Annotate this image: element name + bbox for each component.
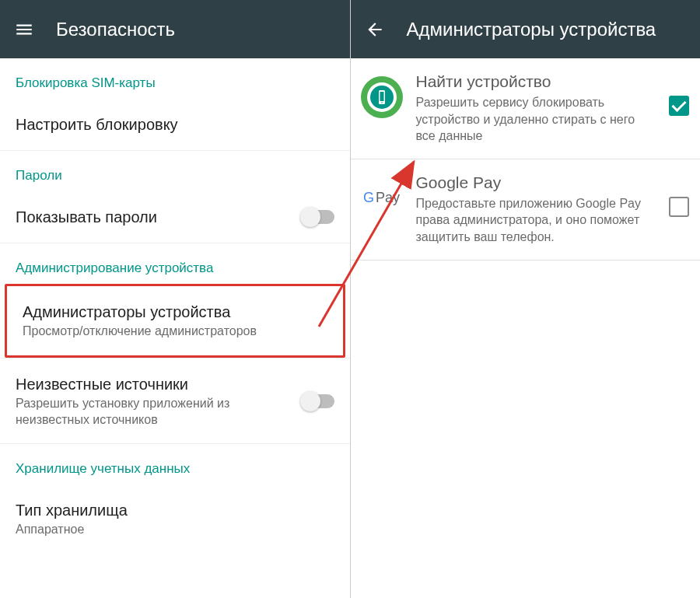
settings-list: Блокировка SIM-карты Настроить блокировк…: [0, 58, 350, 598]
google-pay-icon: G Pay: [360, 177, 404, 220]
admin-title: Найти устройство: [416, 72, 651, 91]
admins-list: Найти устройство Разрешить сервису блоки…: [351, 58, 701, 598]
item-show-passwords[interactable]: Показывать пароли: [0, 191, 350, 243]
item-device-admins[interactable]: Администраторы устройства Просмотр/отклю…: [7, 286, 343, 355]
appbar-left: Безопасность: [0, 0, 350, 58]
admin-title: Google Pay: [416, 173, 651, 192]
appbar-right: Администраторы устройства: [351, 0, 701, 58]
svg-rect-4: [380, 92, 383, 101]
section-passwords: Пароли: [0, 151, 350, 191]
section-device-admin: Администрирование устройства: [0, 243, 350, 284]
item-unknown-sources[interactable]: Неизвестные источники Разрешить установк…: [0, 358, 350, 445]
page-title: Безопасность: [56, 19, 175, 40]
google-pay-checkbox[interactable]: [669, 197, 689, 217]
security-settings-panel: Безопасность Блокировка SIM-карты Настро…: [0, 0, 351, 598]
item-label: Тип хранилища: [16, 500, 334, 520]
item-configure-lock[interactable]: Настроить блокировку: [0, 99, 350, 151]
page-title: Администраторы устройства: [407, 19, 656, 40]
hamburger-menu-icon[interactable]: [14, 19, 34, 40]
highlight-device-admins: Администраторы устройства Просмотр/отклю…: [5, 284, 345, 358]
section-credentials: Хранилище учетных данных: [0, 444, 350, 484]
item-label: Показывать пароли: [16, 207, 294, 227]
section-sim-lock: Блокировка SIM-карты: [0, 58, 350, 99]
device-admins-panel: Администраторы устройства Найти устройст…: [351, 0, 701, 598]
unknown-sources-toggle[interactable]: [302, 394, 334, 408]
find-device-icon: [360, 75, 404, 119]
admin-item-find-device[interactable]: Найти устройство Разрешить сервису блоки…: [351, 58, 701, 159]
item-label: Настроить блокировку: [16, 114, 334, 135]
item-sublabel: Разрешить установку приложений из неизве…: [16, 396, 294, 428]
admin-sublabel: Разрешить сервису блокировать устройство…: [416, 94, 651, 145]
show-passwords-toggle[interactable]: [302, 210, 334, 224]
item-storage-type[interactable]: Тип хранилища Аппаратное: [0, 484, 350, 554]
svg-point-5: [381, 102, 383, 103]
item-sublabel: Просмотр/отключение администраторов: [23, 323, 327, 340]
admin-sublabel: Предоставьте приложению Google Pay права…: [416, 195, 651, 246]
back-arrow-icon[interactable]: [365, 19, 385, 40]
item-sublabel: Аппаратное: [16, 522, 334, 538]
admin-item-google-pay[interactable]: G Pay Google Pay Предоставьте приложению…: [351, 159, 701, 261]
find-device-checkbox[interactable]: [669, 96, 689, 116]
item-label: Неизвестные источники: [16, 374, 294, 394]
item-label: Администраторы устройства: [23, 302, 327, 322]
